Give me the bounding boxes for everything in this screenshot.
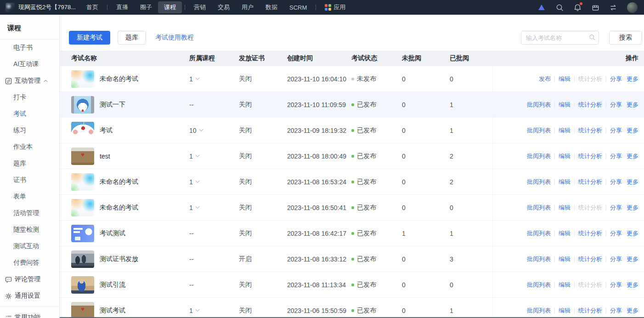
search-button[interactable]: 搜索 [609, 31, 642, 45]
action-statistics[interactable]: 统计分析 [578, 152, 602, 160]
action-share[interactable]: 分享 [610, 229, 622, 238]
action-publish[interactable]: 发布 [539, 75, 551, 83]
action-review-list[interactable]: 批阅列表 [527, 152, 551, 160]
sidebar-item-test-interaction[interactable]: 测试互动 [0, 238, 59, 255]
action-review-list[interactable]: 批阅列表 [527, 255, 551, 263]
action-share[interactable]: 分享 [610, 101, 622, 109]
question-bank-button[interactable]: 题库 [118, 31, 146, 45]
action-more[interactable]: 更多 [627, 281, 638, 289]
brand-logo[interactable] [6, 3, 15, 12]
action-more[interactable]: 更多 [627, 75, 638, 83]
sidebar-item-general-settings[interactable]: 通用设置 [0, 288, 59, 304]
exam-thumbnail[interactable] [71, 122, 94, 139]
action-edit[interactable]: 编辑 [559, 75, 571, 83]
action-statistics[interactable]: 统计分析 [578, 101, 602, 109]
action-share[interactable]: 分享 [610, 307, 622, 315]
nav-item-data[interactable]: 数据 [260, 1, 283, 13]
action-review-list[interactable]: 批阅列表 [527, 307, 551, 315]
action-share[interactable]: 分享 [610, 126, 622, 135]
sidebar-item-ai-course[interactable]: AI互动课 [0, 56, 59, 73]
action-review-list[interactable]: 批阅列表 [527, 178, 551, 186]
nav-item-users[interactable]: 用户 [236, 1, 260, 13]
action-review-list[interactable]: 批阅列表 [527, 126, 551, 135]
exam-thumbnail[interactable] [71, 148, 94, 165]
action-more[interactable]: 更多 [627, 152, 638, 160]
action-statistics[interactable]: 统计分析 [578, 307, 602, 315]
action-more[interactable]: 更多 [627, 229, 638, 238]
sidebar-item-form[interactable]: 表单 [0, 188, 59, 205]
action-share[interactable]: 分享 [610, 152, 622, 160]
nav-item-apps[interactable]: 应用 [319, 1, 351, 13]
nav-item-trade[interactable]: 交易 [212, 1, 236, 13]
search-icon[interactable] [555, 3, 564, 11]
sidebar-item-classroom-quiz[interactable]: 随堂检测 [0, 221, 59, 238]
action-share[interactable]: 分享 [610, 204, 622, 212]
swap-icon[interactable] [609, 3, 617, 11]
sidebar-item-common-functions[interactable]: 常用功能 [0, 309, 59, 318]
exam-thumbnail[interactable] [71, 250, 94, 268]
sidebar-item-activity-management[interactable]: 活动管理 [0, 205, 59, 221]
sidebar-item-exam[interactable]: 考试 [0, 106, 59, 122]
nav-item-marketing[interactable]: 营销 [188, 1, 212, 13]
action-edit[interactable]: 编辑 [559, 152, 571, 160]
new-exam-button[interactable]: 新建考试 [69, 31, 110, 45]
action-share[interactable]: 分享 [610, 255, 622, 263]
action-edit[interactable]: 编辑 [559, 281, 571, 289]
action-edit[interactable]: 编辑 [559, 307, 571, 315]
action-more[interactable]: 更多 [627, 178, 638, 186]
action-statistics[interactable]: 统计分析 [578, 178, 602, 186]
exam-thumbnail[interactable] [71, 302, 94, 318]
sidebar-item-interaction-management[interactable]: 互动管理 [0, 73, 59, 89]
exam-thumbnail[interactable] [71, 199, 94, 216]
action-more[interactable]: 更多 [627, 101, 638, 109]
sidebar-item-certificate[interactable]: 证书 [0, 172, 59, 188]
action-share[interactable]: 分享 [610, 75, 622, 83]
nav-item-home[interactable]: 首页 [80, 1, 104, 13]
exam-thumbnail[interactable] [71, 276, 94, 294]
sidebar-item-paid-qa[interactable]: 付费问答 [0, 255, 59, 271]
sidebar-item-question-bank[interactable]: 题库 [0, 155, 59, 172]
exam-thumbnail[interactable] [71, 225, 94, 242]
chevron-down-icon[interactable] [195, 206, 200, 209]
sidebar-item-check-in[interactable]: 打卡 [0, 89, 59, 106]
action-review-list[interactable]: 批阅列表 [527, 204, 551, 212]
action-statistics[interactable]: 统计分析 [578, 255, 602, 263]
action-statistics[interactable]: 统计分析 [578, 229, 602, 238]
action-statistics[interactable]: 统计分析 [578, 126, 602, 135]
nav-item-scrm[interactable]: SCRM [283, 2, 313, 13]
action-share[interactable]: 分享 [610, 178, 622, 186]
chevron-down-icon[interactable] [199, 129, 203, 132]
workspace-name[interactable]: 现网蓝悦2号【7978... [18, 3, 76, 11]
exam-tutorial-link[interactable]: 考试使用教程 [155, 34, 194, 42]
bell-icon[interactable] [573, 3, 582, 11]
chevron-down-icon[interactable] [195, 77, 200, 80]
action-edit[interactable]: 编辑 [559, 101, 571, 109]
exam-thumbnail[interactable] [71, 96, 94, 114]
chevron-up-icon[interactable] [43, 79, 48, 83]
nav-item-course[interactable]: 课程 [158, 1, 182, 13]
action-edit[interactable]: 编辑 [559, 255, 571, 263]
action-more[interactable]: 更多 [627, 307, 638, 315]
action-share[interactable]: 分享 [610, 281, 622, 289]
store-icon[interactable] [591, 3, 599, 11]
avatar[interactable] [627, 2, 638, 13]
nav-item-community[interactable]: 圈子 [134, 1, 158, 13]
action-more[interactable]: 更多 [627, 255, 638, 263]
action-edit[interactable]: 编辑 [559, 126, 571, 135]
nav-item-live[interactable]: 直播 [110, 1, 134, 13]
brand-triangle-icon[interactable] [537, 3, 546, 11]
exam-search-input[interactable] [521, 31, 599, 45]
chevron-down-icon[interactable] [195, 180, 200, 183]
action-review-list[interactable]: 批阅列表 [527, 101, 551, 109]
sidebar-item-homework[interactable]: 作业本 [0, 139, 59, 155]
chevron-down-icon[interactable] [195, 309, 200, 312]
action-edit[interactable]: 编辑 [559, 229, 571, 238]
exam-thumbnail[interactable] [71, 70, 94, 88]
sidebar-item-practice[interactable]: 练习 [0, 122, 59, 139]
action-more[interactable]: 更多 [627, 126, 638, 135]
action-review-list[interactable]: 批阅列表 [527, 229, 551, 238]
sidebar-item-ebook[interactable]: 电子书 [0, 40, 59, 56]
action-edit[interactable]: 编辑 [559, 204, 571, 212]
exam-thumbnail[interactable] [71, 173, 94, 191]
chevron-down-icon[interactable] [195, 154, 200, 158]
